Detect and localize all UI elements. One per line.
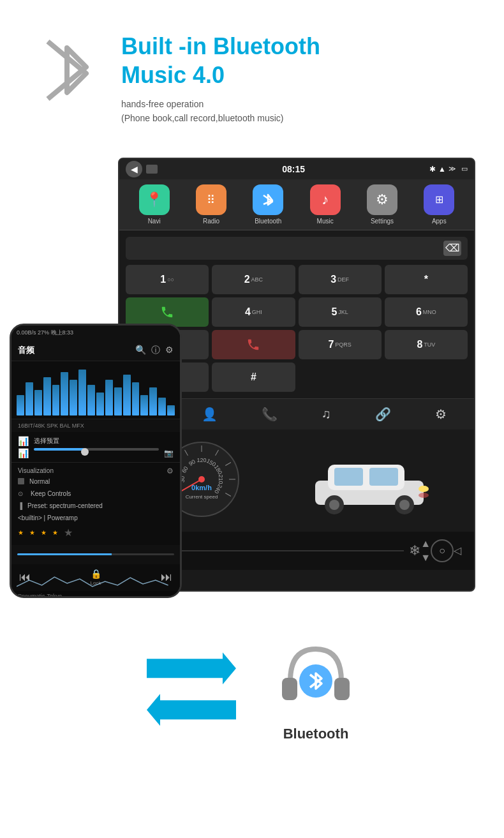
viz-normal-text: Normal xyxy=(29,478,50,485)
bluetooth-status-icon: ✱ xyxy=(429,165,436,174)
equalizer-row: 📊 选择预置 xyxy=(18,436,174,446)
key-5[interactable]: 5JKL xyxy=(299,297,382,327)
key-call-green[interactable] xyxy=(126,297,209,327)
app-icons-row: 📍 Navi ⠿ Radio Bluetooth ♪ Music ⚙ Setti… xyxy=(119,179,474,230)
description: hands-free operation (Phone book,call re… xyxy=(121,97,472,126)
eq-bar-2 xyxy=(26,382,33,415)
viz-settings-icon[interactable]: ⚙ xyxy=(167,467,174,475)
eq-bar-11 xyxy=(105,380,113,415)
svg-point-27 xyxy=(329,500,339,510)
eq-bar-17 xyxy=(158,398,166,415)
key-2[interactable]: 2ABC xyxy=(212,265,295,294)
key-7[interactable]: 7PQRS xyxy=(299,330,382,359)
svg-rect-33 xyxy=(334,678,350,700)
svg-point-30 xyxy=(419,486,429,492)
app-bluetooth[interactable]: Bluetooth xyxy=(253,184,283,225)
screenshots-area: ◀ 08:15 ✱ ▲ ≫ ▭ 📍 Navi ⠿ Radio xyxy=(0,145,504,611)
play-progress-bar[interactable] xyxy=(17,553,174,555)
key-3[interactable]: 3DEF xyxy=(299,265,382,294)
status-left: ◀ xyxy=(126,161,158,177)
volume-row: 📊 📷 xyxy=(18,448,174,458)
radio-label: Radio xyxy=(203,218,219,225)
stars-row: ★ ★ ★ ★ ★ xyxy=(18,524,174,541)
key-star[interactable]: * xyxy=(385,265,468,294)
search-icon[interactable]: 🔍 xyxy=(135,345,146,356)
phone-status-text: 0.00B/s 27% 晚上8:33 xyxy=(17,329,73,337)
fan-right-icon[interactable]: ❄ xyxy=(409,542,420,559)
app-music[interactable]: ♪ Music xyxy=(310,184,341,225)
nav-settings-gear[interactable]: ⚙ xyxy=(430,404,452,424)
ac-slider-left[interactable] xyxy=(149,550,404,551)
nav-contacts[interactable]: 👤 xyxy=(196,404,223,424)
phone-controls: 📊 选择预置 📊 📷 xyxy=(11,432,180,462)
car-image xyxy=(306,442,433,519)
preset-text-val: Preset: spectrum-centered xyxy=(27,502,103,509)
bluetooth-label: Bluetooth xyxy=(255,218,281,225)
svg-rect-25 xyxy=(369,468,398,486)
nav-link[interactable]: 🔗 xyxy=(370,404,396,424)
key-hash[interactable]: # xyxy=(212,363,295,392)
eq-bar-16 xyxy=(149,387,157,415)
app-apps[interactable]: ⊞ Apps xyxy=(424,184,454,225)
key-8[interactable]: 8TUV xyxy=(385,330,468,359)
arrow-right xyxy=(147,652,236,684)
app-radio[interactable]: ⠿ Radio xyxy=(196,184,226,225)
eq-bar-13 xyxy=(123,375,131,415)
eq-icon: 📊 xyxy=(18,436,29,446)
eq-bar-15 xyxy=(140,395,148,415)
svg-rect-24 xyxy=(334,468,363,486)
visualization-section: Visualization ⚙ Normal ⊙ Keep Controls ▐… xyxy=(11,462,180,545)
main-title: Built -in Bluetooth Music 4.0 xyxy=(121,32,472,89)
app-settings[interactable]: ⚙ Settings xyxy=(367,184,397,225)
key-1[interactable]: 1○○ xyxy=(126,265,209,294)
settings-icon-phone[interactable]: ⚙ xyxy=(165,345,174,356)
svg-point-19 xyxy=(198,476,205,483)
viz-normal-dot xyxy=(18,478,24,484)
phone-header-icons: 🔍 ⓘ ⚙ xyxy=(135,345,174,356)
eq-bar-8 xyxy=(78,370,86,415)
nav-phone[interactable]: 📞 xyxy=(256,404,283,424)
ac-circle-btn[interactable]: ○ xyxy=(431,539,454,562)
volume-slider[interactable] xyxy=(34,448,159,451)
nav-music-note[interactable]: ♫ xyxy=(316,404,336,424)
builtin-row: <builtin> | Poweramp xyxy=(18,512,174,524)
battery-icon: ▭ xyxy=(461,165,468,173)
status-icon-box xyxy=(146,165,158,174)
ac-down-btn[interactable]: ▼ xyxy=(420,552,431,564)
radio-icon: ⠿ xyxy=(196,184,226,215)
phone-title: 音频 xyxy=(18,345,34,356)
svg-point-31 xyxy=(419,493,429,498)
arrows-col xyxy=(147,652,236,726)
status-bar: ◀ 08:15 ✱ ▲ ≫ ▭ xyxy=(119,159,474,179)
eq-bar-7 xyxy=(70,380,77,415)
eq-bar-9 xyxy=(87,385,95,415)
volume-slider-container[interactable] xyxy=(34,448,159,458)
svg-point-29 xyxy=(399,500,410,510)
svg-text:Current speed: Current speed xyxy=(186,494,218,500)
music-icon: ♪ xyxy=(310,184,341,215)
volume-knob[interactable] xyxy=(81,448,89,456)
key-4[interactable]: 4GHI xyxy=(212,297,295,327)
viz-keep-text: Keep Controls xyxy=(31,490,71,497)
phone-title-bar: 音频 🔍 ⓘ ⚙ xyxy=(11,341,180,361)
app-navi[interactable]: 📍 Navi xyxy=(139,184,170,225)
key-6[interactable]: 6MNO xyxy=(385,297,468,327)
settings-label: Settings xyxy=(371,218,394,225)
info-icon[interactable]: ⓘ xyxy=(151,345,160,356)
bt-headphone-section: Bluetooth xyxy=(274,636,357,742)
eq-visualization xyxy=(11,361,180,419)
svg-text:0km/h: 0km/h xyxy=(191,484,212,491)
preset-bar-icon: ▐ xyxy=(18,502,22,509)
status-time: 08:15 xyxy=(282,164,305,174)
apps-label: Apps xyxy=(432,218,447,225)
ac-up-down: ▲ ▼ xyxy=(420,538,431,564)
star-2: ★ xyxy=(29,529,36,536)
backspace-button[interactable]: ⌫ xyxy=(443,241,461,256)
back-button[interactable]: ◀ xyxy=(126,161,142,177)
ac-back-btn[interactable]: ◁ xyxy=(454,544,461,557)
bluetooth-label-bottom: Bluetooth xyxy=(283,726,349,742)
key-call-red[interactable] xyxy=(212,330,295,359)
phone-info: 16BIT/48K SPK BAL MFX xyxy=(11,419,180,432)
signal-icon: ▲ xyxy=(438,165,446,174)
ac-up-btn[interactable]: ▲ xyxy=(420,538,431,550)
